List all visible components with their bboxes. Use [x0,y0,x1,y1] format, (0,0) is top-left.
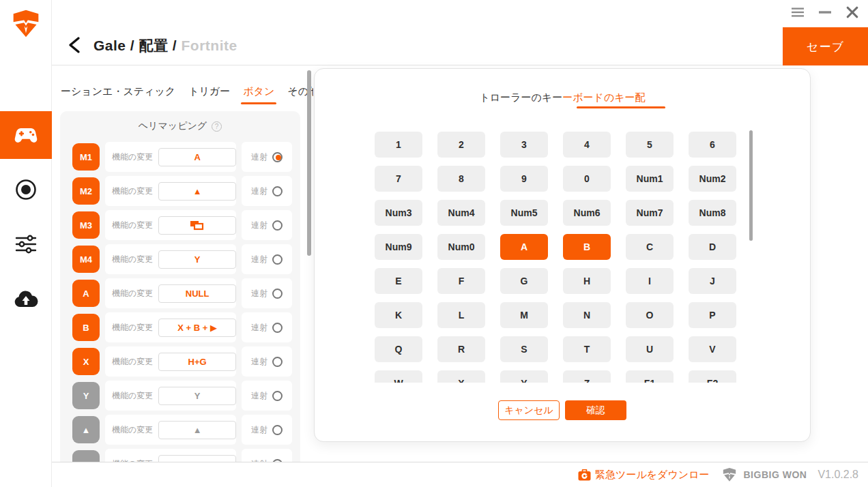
key-button[interactable]: E [375,268,422,294]
controller-key-badge: M3 [72,211,100,239]
mapped-value-field[interactable]: A [158,148,236,166]
key-button[interactable]: Y [500,370,548,383]
mapped-value-field[interactable]: NULL [158,284,236,303]
save-button[interactable]: セーブ [783,27,868,65]
key-button[interactable]: S [500,336,548,362]
controller-key-badge: M1 [72,143,100,171]
turbo-radio[interactable] [272,220,283,231]
turbo-radio[interactable] [272,152,283,162]
key-button[interactable]: N [563,302,611,328]
sidebar-item-record[interactable] [0,166,52,213]
key-button[interactable]: A [500,234,548,260]
key-button[interactable]: O [626,302,674,328]
minimize-icon[interactable] [819,6,831,18]
key-button[interactable]: Num7 [626,200,674,226]
turbo-radio[interactable] [272,425,283,435]
key-button[interactable]: F1 [626,370,674,383]
key-button[interactable]: I [626,268,674,294]
sidebar-item-settings[interactable] [0,220,52,268]
key-button[interactable]: 2 [437,132,485,158]
help-icon[interactable]: ? [212,121,222,132]
key-button[interactable]: 9 [500,166,548,192]
key-button[interactable]: V [689,336,736,362]
key-button[interactable]: 7 [375,166,422,192]
key-button[interactable]: T [563,336,611,362]
modal-title-underline [577,106,665,108]
key-button[interactable]: U [626,336,674,362]
key-button[interactable]: P [689,302,736,328]
key-button[interactable]: F [437,268,485,294]
panel-scrollbar-thumb[interactable] [307,70,311,256]
turbo-radio[interactable] [272,289,283,299]
key-button[interactable]: F2 [689,370,736,383]
tab-button[interactable]: ボタン [243,85,274,104]
key-button[interactable]: G [500,268,548,294]
modal-title-controller[interactable]: トローラーのキー [479,91,562,104]
mapped-value-field[interactable]: Y [158,250,236,269]
key-button[interactable]: 5 [626,132,674,158]
key-button[interactable]: Num8 [689,200,736,226]
key-button[interactable]: X [437,370,485,383]
key-button[interactable]: W [375,370,422,383]
tab-trigger[interactable]: トリガー [188,85,230,104]
key-button[interactable]: 1 [375,132,422,158]
key-button[interactable]: H [563,268,611,294]
remap-card: 機能の変更X + B + ▶ [105,312,236,342]
key-button[interactable]: Q [375,336,422,362]
mapped-value-field[interactable]: ▲ [158,182,236,201]
key-button[interactable]: Num5 [500,200,548,226]
key-button[interactable]: 0 [563,166,611,192]
key-button[interactable]: Num1 [626,166,674,192]
tab-stick[interactable]: ーションエ・スティック [61,85,175,104]
key-button[interactable]: Num3 [375,200,422,226]
brand: BIGBIG WON [721,467,807,482]
mapped-value-field[interactable] [158,216,236,235]
turbo-radio[interactable] [272,323,283,333]
key-button[interactable]: Num0 [437,234,485,260]
key-button[interactable]: B [563,234,611,260]
mapping-row: B機能の変更X + B + ▶連射 [72,312,292,342]
turbo-radio[interactable] [272,391,283,401]
key-button[interactable]: D [689,234,736,260]
turbo-radio[interactable] [272,254,283,265]
key-button[interactable]: 8 [437,166,485,192]
turbo-radio[interactable] [272,357,283,367]
key-button[interactable]: R [437,336,485,362]
key-button[interactable]: 3 [500,132,548,158]
remap-card: 機能の変更A [105,142,236,172]
close-icon[interactable] [846,6,858,18]
key-button[interactable]: K [375,302,422,328]
key-button[interactable]: Num2 [689,166,736,192]
key-button[interactable]: Z [563,370,611,383]
key-button[interactable]: L [437,302,485,328]
mapped-value-field[interactable]: X + B + ▶ [158,319,236,337]
turbo-label: 連射 [251,322,267,334]
controller-key-badge: Y [72,382,100,409]
confirm-button[interactable]: 確認 [565,400,626,420]
mapped-value-field[interactable]: Y [158,387,236,405]
mapped-value-field[interactable]: ▲ [158,421,236,439]
back-button[interactable] [67,36,82,54]
turbo-radio[interactable] [272,186,283,196]
mapped-value-field[interactable]: ▼ [158,455,236,462]
key-button[interactable]: M [500,302,548,328]
modal-scrollbar-thumb[interactable] [749,130,753,241]
mapping-row: ▼機能の変更▼連射 [72,449,292,462]
key-button[interactable]: C [626,234,674,260]
key-button[interactable]: 4 [563,132,611,158]
sidebar-item-cloud-upload[interactable] [0,275,52,323]
modal-title-keyboard[interactable]: ーボードのキー配 [562,91,645,104]
sidebar-item-gamepad[interactable] [0,111,52,159]
remap-label: 機能の変更 [112,254,153,265]
emergency-tool-link[interactable]: 緊急ツールをダウンロー [578,469,709,482]
cancel-button[interactable]: キャンセル [498,400,560,420]
key-button[interactable]: 6 [689,132,736,158]
mapped-value-field[interactable]: H+G [158,353,236,371]
key-button[interactable]: Num4 [437,200,485,226]
controller-key-badge: X [72,348,100,375]
menu-icon[interactable] [792,6,804,18]
key-button[interactable]: Num9 [375,234,422,260]
key-button[interactable]: Num6 [563,200,611,226]
key-button[interactable]: J [689,268,736,294]
record-icon [14,178,38,201]
